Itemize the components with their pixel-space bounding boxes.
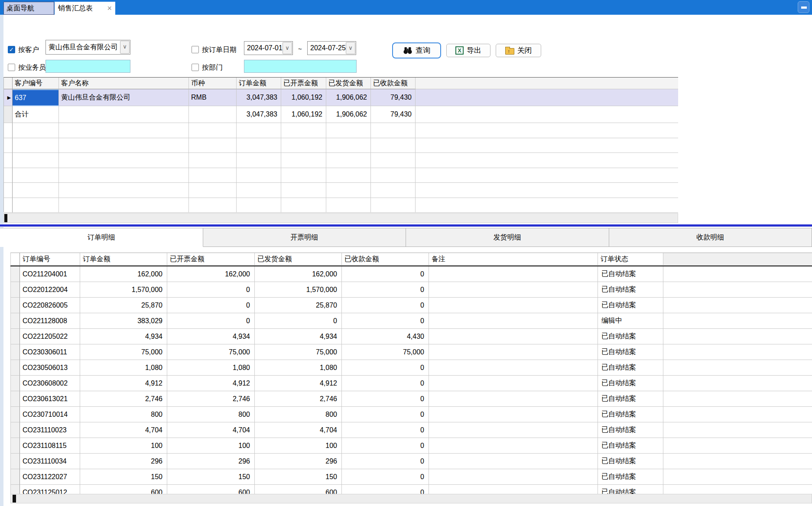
by-customer-label: 按客户 — [18, 45, 39, 55]
summary-hscrollbar-thumb[interactable] — [4, 214, 7, 222]
summary-empty-row[interactable] — [4, 183, 678, 198]
window-tab-desktop-nav[interactable]: 桌面导航 — [3, 2, 54, 15]
detail-row[interactable]: CO231125012 600 600 600 0 已自动结案 — [10, 485, 812, 494]
window-tab-sales-report[interactable]: 销售汇总表 × — [55, 2, 115, 15]
detail-tab[interactable]: 收款明细 — [609, 228, 812, 247]
detail-cell-invoiced-amount: 800 — [167, 407, 255, 422]
detail-hscrollbar-thumb[interactable] — [13, 495, 16, 503]
corner-button[interactable] — [798, 1, 809, 13]
query-button[interactable]: 查询 — [392, 42, 441, 58]
detail-col-shipped-amount[interactable]: 已发货金额 — [255, 253, 342, 266]
detail-cell-status: 已自动结案 — [598, 376, 663, 391]
panel-divider[interactable] — [0, 224, 812, 227]
summary-empty-row[interactable] — [4, 168, 678, 183]
summary-total-indicator — [4, 106, 13, 123]
summary-col-order-amount[interactable]: 订单金额 — [237, 78, 281, 89]
by-customer-checkbox[interactable]: ✓ — [8, 46, 15, 53]
summary-total-currency — [189, 106, 237, 123]
detail-tab-label: 订单明细 — [88, 233, 115, 242]
summary-empty-row[interactable] — [4, 198, 678, 213]
detail-row-indicator — [10, 469, 20, 485]
detail-cell-invoiced-amount: 0 — [167, 313, 255, 329]
close-tab-icon[interactable]: × — [104, 4, 115, 13]
detail-cell-status: 已自动结案 — [598, 391, 663, 407]
summary-col-customer-id[interactable]: 客户编号 — [13, 78, 59, 89]
date-from-combo[interactable]: 2024-07-01 ∨ — [244, 41, 293, 55]
chevron-down-icon[interactable]: ∨ — [346, 42, 355, 54]
detail-cell-status: 编辑中 — [598, 313, 663, 329]
detail-col-order-no[interactable]: 订单编号 — [20, 253, 80, 266]
detail-cell-received-amount: 0 — [342, 266, 429, 282]
detail-cell-order-no: CO221205022 — [20, 329, 80, 344]
detail-row-indicator — [10, 422, 20, 438]
detail-cell-invoiced-amount: 4,934 — [167, 329, 255, 344]
detail-tab[interactable]: 发货明细 — [406, 228, 609, 247]
close-button[interactable]: ↑ 关闭 — [496, 44, 541, 57]
detail-row[interactable]: CO221128008 383,029 0 0 0 编辑中 — [10, 313, 812, 329]
detail-cell-received-amount: 0 — [342, 360, 429, 376]
department-input[interactable] — [244, 60, 357, 73]
detail-header-row: 订单编号 订单金额 已开票金额 已发货金额 已收款金额 备注 订单状态 — [10, 253, 812, 266]
detail-col-status[interactable]: 订单状态 — [598, 253, 663, 266]
detail-col-received-amount[interactable]: 已收款金额 — [342, 253, 429, 266]
detail-row[interactable]: CO231122027 150 150 150 0 已自动结案 — [10, 469, 812, 485]
detail-cell-invoiced-amount: 2,746 — [167, 391, 255, 407]
detail-cell-received-amount: 0 — [342, 469, 429, 485]
chevron-down-icon[interactable]: ∨ — [120, 41, 130, 54]
detail-row[interactable]: CO230506013 1,080 1,080 1,080 0 已自动结案 — [10, 360, 812, 376]
detail-row-indicator — [10, 313, 20, 329]
detail-cell-filler — [663, 469, 812, 485]
detail-row[interactable]: CO231110034 296 296 296 0 已自动结案 — [10, 454, 812, 469]
summary-empty-row[interactable] — [4, 138, 678, 153]
detail-cell-shipped-amount: 296 — [255, 454, 342, 469]
summary-empty-row[interactable] — [4, 153, 678, 168]
salesman-input[interactable] — [45, 60, 130, 73]
summary-col-invoiced-amount[interactable]: 已开票金额 — [281, 78, 326, 89]
detail-row[interactable]: CO230613021 2,746 2,746 2,746 0 已自动结案 — [10, 391, 812, 407]
detail-col-order-amount[interactable]: 订单金额 — [80, 253, 167, 266]
customer-summary-table: 客户编号 客户名称 币种 订单金额 已开票金额 已发货金额 已收款金额 ▶ 63… — [3, 77, 678, 212]
detail-row[interactable]: CO230306011 75,000 75,000 75,000 75,000 … — [10, 344, 812, 360]
detail-row[interactable]: CO231110023 4,704 4,704 4,704 0 已自动结案 — [10, 422, 812, 438]
by-department-checkbox[interactable]: ✓ — [192, 64, 199, 71]
detail-col-invoiced-amount[interactable]: 已开票金额 — [167, 253, 255, 266]
detail-row[interactable]: CO220122004 1,570,000 0 1,570,000 0 已自动结… — [10, 282, 812, 298]
detail-cell-filler — [663, 298, 812, 313]
window-tab-desktop-label: 桌面导航 — [6, 4, 34, 13]
summary-empty-row[interactable] — [4, 123, 678, 138]
detail-cell-order-amount: 75,000 — [80, 344, 167, 360]
summary-col-currency[interactable]: 币种 — [189, 78, 237, 89]
detail-col-remark[interactable]: 备注 — [429, 253, 598, 266]
detail-cell-shipped-amount: 75,000 — [255, 344, 342, 360]
by-salesman-checkbox[interactable]: ✓ — [8, 64, 15, 71]
check-icon: ✓ — [8, 46, 15, 53]
detail-hscrollbar[interactable] — [10, 494, 812, 503]
summary-cell-customer-id[interactable]: 637 — [13, 89, 59, 106]
chevron-down-icon[interactable]: ∨ — [283, 42, 292, 54]
summary-row-filler — [416, 89, 678, 106]
detail-tab[interactable]: 开票明细 — [203, 228, 406, 247]
export-button[interactable]: X 导出 — [446, 44, 490, 57]
detail-cell-remark — [429, 298, 598, 313]
detail-cell-order-amount: 1,570,000 — [80, 282, 167, 298]
summary-col-customer-name[interactable]: 客户名称 — [59, 78, 189, 89]
summary-row-selected[interactable]: ▶ 637 黄山伟旦合金有限公司 RMB 3,047,383 1,060,192… — [4, 89, 678, 106]
detail-cell-order-no: CO231108115 — [20, 438, 80, 454]
date-to-combo[interactable]: 2024-07-25 ∨ — [307, 41, 356, 55]
summary-hscrollbar[interactable] — [3, 213, 678, 223]
by-order-date-checkbox[interactable]: ✓ — [192, 46, 199, 53]
detail-row[interactable]: CO221205022 4,934 4,934 4,934 4,430 已自动结… — [10, 329, 812, 344]
detail-row[interactable]: CO230608002 4,912 4,912 4,912 0 已自动结案 — [10, 376, 812, 391]
summary-col-received-amount[interactable]: 已收款金额 — [371, 78, 416, 89]
detail-tab[interactable]: 订单明细 — [0, 228, 203, 247]
detail-cell-received-amount: 0 — [342, 438, 429, 454]
detail-row[interactable]: CO231108115 100 100 100 0 已自动结案 — [10, 438, 812, 454]
detail-cell-invoiced-amount: 600 — [167, 485, 255, 494]
detail-row[interactable]: CO220826005 25,870 0 25,870 0 已自动结案 — [10, 298, 812, 313]
summary-col-shipped-amount[interactable]: 已发货金额 — [326, 78, 371, 89]
detail-cell-remark — [429, 469, 598, 485]
detail-row[interactable]: CO211204001 162,000 162,000 162,000 0 已自… — [10, 266, 812, 282]
detail-cell-order-no: CO220826005 — [20, 298, 80, 313]
customer-combo[interactable]: 黄山伟旦合金有限公司 ∨ — [45, 40, 130, 55]
detail-row[interactable]: CO230710014 800 800 800 0 已自动结案 — [10, 407, 812, 422]
